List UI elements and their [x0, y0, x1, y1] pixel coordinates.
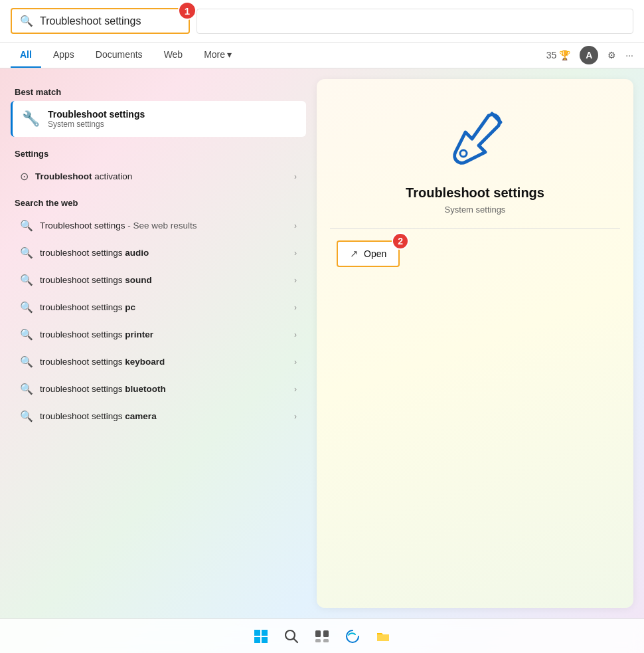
tab-apps[interactable]: Apps	[44, 43, 84, 68]
chevron-right-icon: ›	[294, 330, 297, 339]
chevron-right-icon: ›	[294, 248, 297, 258]
chevron-right-icon: ›	[294, 303, 297, 312]
svg-rect-9	[315, 639, 321, 642]
search-icon: 🔍	[20, 15, 33, 27]
taskbar-windows-icon[interactable]	[249, 624, 273, 648]
taskbar	[0, 618, 644, 653]
open-button[interactable]: ↗ Open	[337, 240, 400, 267]
search-icon-5: 🔍	[20, 355, 33, 368]
taskbar-taskview-icon[interactable]	[310, 624, 334, 648]
user-avatar[interactable]: A	[580, 46, 598, 64]
wrench-icon-small: 🔧	[22, 110, 40, 128]
best-match-subtitle: System settings	[48, 120, 145, 129]
web-search-item-5[interactable]: 🔍 troubleshoot settings keyboard ›	[11, 348, 306, 375]
right-panel-subtitle: System settings	[445, 205, 506, 215]
taskbar-edge-icon[interactable]	[341, 624, 364, 648]
chevron-right-icon: ›	[294, 172, 297, 181]
settings-activation-item[interactable]: ⊙ Troubleshoot activation ›	[11, 163, 306, 190]
web-search-item-4[interactable]: 🔍 troubleshoot settings printer ›	[11, 321, 306, 348]
svg-rect-2	[262, 630, 268, 636]
tabs-bar: All Apps Documents Web More ▾ 35 🏆 A ⚙ ·…	[0, 43, 644, 68]
badge-2: 2	[392, 233, 409, 250]
right-panel: Troubleshoot settings System settings 2 …	[317, 79, 633, 608]
search-box[interactable]: 🔍 Troubleshoot settings	[11, 8, 190, 34]
circle-icon: ⊙	[20, 170, 29, 183]
search-icon-3: 🔍	[20, 301, 33, 314]
settings-section-label: Settings	[11, 141, 306, 163]
search-icon-0: 🔍	[20, 219, 33, 232]
svg-rect-3	[254, 637, 260, 643]
tabs-right-actions: 35 🏆 A ⚙ ···	[546, 46, 633, 64]
tab-documents[interactable]: Documents	[86, 43, 152, 68]
open-external-icon: ↗	[350, 248, 359, 260]
chevron-right-icon: ›	[294, 357, 297, 367]
chevron-down-icon: ▾	[227, 49, 232, 60]
search-icon-1: 🔍	[20, 246, 33, 259]
more-options-icon[interactable]: ···	[625, 50, 633, 60]
search-web-label: Search the web	[11, 190, 306, 212]
search-input[interactable]: Troubleshoot settings	[40, 15, 181, 27]
score-display: 35 🏆	[546, 50, 571, 60]
tab-more[interactable]: More ▾	[195, 43, 241, 68]
best-match-item[interactable]: 🔧 Troubleshoot settings System settings	[11, 101, 306, 137]
wrench-icon-large	[442, 106, 509, 172]
open-button-wrapper: 2 ↗ Open	[337, 240, 400, 267]
settings-activation-label: Troubleshoot activation	[35, 171, 287, 181]
chevron-right-icon: ›	[294, 385, 297, 394]
svg-rect-4	[262, 637, 268, 643]
main-content: Best match 🔧 Troubleshoot settings Syste…	[0, 68, 644, 618]
web-search-item-0[interactable]: 🔍 Troubleshoot settings - See web result…	[11, 212, 306, 239]
svg-rect-1	[254, 630, 260, 636]
svg-line-6	[294, 638, 298, 642]
best-match-title: Troubleshoot settings	[48, 109, 145, 120]
taskbar-search-icon[interactable]	[280, 624, 303, 648]
search-icon-7: 🔍	[20, 410, 33, 422]
best-match-label: Best match	[11, 79, 306, 101]
web-search-item-6[interactable]: 🔍 troubleshoot settings bluetooth ›	[11, 375, 306, 403]
web-search-item-3[interactable]: 🔍 troubleshoot settings pc ›	[11, 294, 306, 321]
web-search-item-1[interactable]: 🔍 troubleshoot settings audio ›	[11, 239, 306, 266]
svg-rect-7	[315, 630, 321, 637]
chevron-right-icon: ›	[294, 276, 297, 285]
svg-rect-8	[323, 630, 329, 637]
search-area: 🔍 Troubleshoot settings 1	[0, 0, 644, 43]
chevron-right-icon: ›	[294, 221, 297, 231]
badge-1: 1	[178, 1, 197, 20]
share-icon[interactable]: ⚙	[607, 50, 616, 60]
right-panel-title: Troubleshoot settings	[406, 185, 544, 201]
taskbar-explorer-icon[interactable]	[371, 624, 395, 648]
tab-all[interactable]: All	[11, 43, 41, 68]
svg-rect-10	[323, 639, 329, 642]
search-icon-6: 🔍	[20, 383, 33, 395]
tab-web[interactable]: Web	[155, 43, 193, 68]
web-search-item-7[interactable]: 🔍 troubleshoot settings camera ›	[11, 403, 306, 430]
search-icon-2: 🔍	[20, 274, 33, 286]
trophy-icon: 🏆	[559, 50, 570, 60]
divider	[330, 228, 620, 229]
search-wrapper: 🔍 Troubleshoot settings 1	[11, 8, 190, 34]
search-icon-4: 🔍	[20, 328, 33, 341]
svg-point-0	[460, 150, 467, 157]
chevron-right-icon: ›	[294, 412, 297, 421]
web-search-item-2[interactable]: 🔍 troubleshoot settings sound ›	[11, 266, 306, 294]
left-panel: Best match 🔧 Troubleshoot settings Syste…	[11, 79, 306, 608]
